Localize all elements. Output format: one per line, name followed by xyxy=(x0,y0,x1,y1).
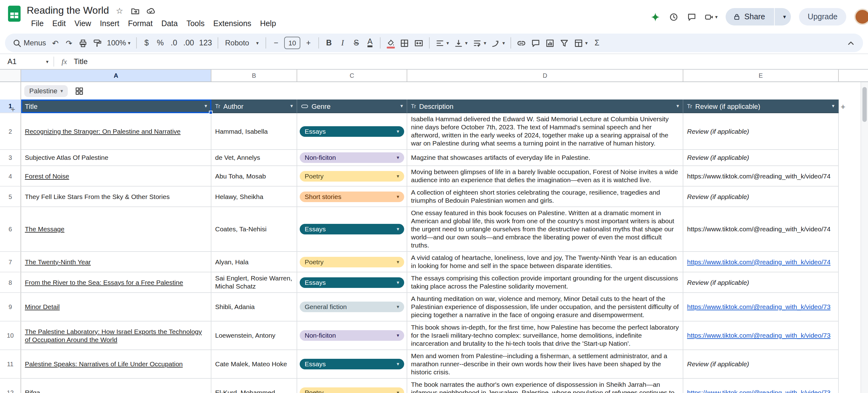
cell-genre[interactable]: Poetry ▾ xyxy=(297,166,407,186)
row-number[interactable]: 8 xyxy=(0,272,21,293)
chevron-down-icon[interactable]: ▾ xyxy=(400,103,403,109)
meet-call-button[interactable]: ▾ xyxy=(705,12,717,22)
add-column-button[interactable]: + xyxy=(841,102,845,111)
bold-button[interactable]: B xyxy=(322,35,336,50)
font-family-select[interactable]: Roboto▾ xyxy=(221,35,262,50)
font-size-input[interactable]: 10 xyxy=(284,37,300,49)
chevron-down-icon[interactable]: ▾ xyxy=(397,360,399,368)
row-number[interactable]: 3 xyxy=(0,150,21,166)
share-dropdown[interactable]: ▾ xyxy=(778,14,791,20)
menu-view[interactable]: View xyxy=(70,18,95,29)
genre-chip[interactable]: Poetry ▾ xyxy=(300,387,404,393)
chevron-down-icon[interactable]: ▾ xyxy=(397,278,399,286)
title-text[interactable]: From the River to the Sea: Essays for a … xyxy=(25,278,183,286)
menus-search-button[interactable]: Menus xyxy=(10,35,49,50)
cell-title[interactable]: Palestine Speaks: Narratives of Life Und… xyxy=(21,350,211,379)
cell-author[interactable]: Abu Toha, Mosab xyxy=(211,166,297,186)
cell-description[interactable]: The essays comprising this collection pr… xyxy=(407,272,683,293)
spark-icon[interactable] xyxy=(650,12,660,22)
fill-handle[interactable] xyxy=(209,111,213,114)
comment-history-icon[interactable] xyxy=(686,12,696,22)
move-folder-icon[interactable] xyxy=(130,6,140,16)
menu-file[interactable]: File xyxy=(27,18,48,29)
review-text[interactable]: Review (if applicable) xyxy=(687,154,749,162)
cell-author[interactable]: Sai Englert, Rosie Warren, Michal Schatz xyxy=(211,272,297,293)
title-text[interactable]: Minor Detail xyxy=(25,303,60,311)
column-header-b[interactable]: B xyxy=(211,70,297,82)
header-cell-description[interactable]: Tr Description ▾ xyxy=(407,99,683,113)
menu-help[interactable]: Help xyxy=(255,18,280,29)
percent-format-button[interactable]: % xyxy=(154,35,167,50)
cell-review[interactable]: Review (if applicable) xyxy=(683,113,839,150)
merge-cells-button[interactable] xyxy=(412,35,426,50)
title-text[interactable]: They Fell Like Stars From the Sky & Othe… xyxy=(25,192,170,201)
text-rotation-button[interactable]: ▾ xyxy=(489,35,507,50)
genre-chip[interactable]: Poetry ▾ xyxy=(300,171,404,181)
row-number[interactable]: 7 xyxy=(0,252,21,272)
header-cell-title[interactable]: Title ▾ xyxy=(21,99,211,113)
upgrade-button[interactable]: Upgrade xyxy=(799,8,846,26)
cell-review[interactable]: https://www.tiktok.com/@reading_with_k/v… xyxy=(683,322,839,350)
cell-title[interactable]: Rifqa xyxy=(21,379,211,393)
borders-button[interactable] xyxy=(397,35,412,50)
header-cell-review[interactable]: Tr Review (if applicable) ▾ xyxy=(683,99,839,113)
vertical-scrollbar[interactable] xyxy=(861,82,868,393)
cell-title[interactable]: Recognizing the Stranger: On Palestine a… xyxy=(21,113,211,150)
genre-chip[interactable]: Non-ficiton ▾ xyxy=(300,152,404,163)
header-cell-genre[interactable]: Genre ▾ xyxy=(297,99,407,113)
cell-genre[interactable]: Poetry ▾ xyxy=(297,379,407,393)
chevron-down-icon[interactable]: ▾ xyxy=(397,331,399,339)
genre-chip[interactable]: Essays ▾ xyxy=(300,359,404,369)
table-views-button[interactable]: ▾ xyxy=(571,35,590,50)
cell-genre[interactable]: Non-ficiton ▾ xyxy=(297,322,407,350)
version-history-icon[interactable] xyxy=(669,12,678,22)
vertical-align-button[interactable]: ▾ xyxy=(452,35,470,50)
table-name-chip[interactable]: Palestine ▾ xyxy=(24,85,68,97)
cell-description[interactable]: This book shows in-depth, for the first … xyxy=(407,322,683,350)
cell-author[interactable]: de Vet, Annelys xyxy=(211,150,297,166)
cell-genre[interactable]: Poetry ▾ xyxy=(297,252,407,272)
review-text[interactable]: Review (if applicable) xyxy=(687,127,749,135)
insert-chart-button[interactable] xyxy=(543,35,557,50)
insert-comment-button[interactable] xyxy=(528,35,543,50)
cell-review[interactable]: https://www.tiktok.com/@reading_with_k/v… xyxy=(683,379,839,393)
row-number[interactable]: 2 xyxy=(0,113,21,150)
review-text[interactable]: https://www.tiktok.com/@reading_with_k/v… xyxy=(687,331,830,339)
cell-review[interactable]: https://www.tiktok.com/@reading_with_k/v… xyxy=(683,252,839,272)
cell-description[interactable]: A vivid catalog of heartache, loneliness… xyxy=(407,252,683,272)
italic-button[interactable]: I xyxy=(336,35,349,50)
genre-chip[interactable]: Essays ▾ xyxy=(300,277,404,288)
title-text[interactable]: Forest of Noise xyxy=(25,172,69,180)
chevron-down-icon[interactable]: ▾ xyxy=(397,192,399,201)
cell-description[interactable]: Magzine that showcases artifacts of ever… xyxy=(407,150,683,166)
cell-review[interactable]: https://www.tiktok.com/@reading_with_k/v… xyxy=(683,293,839,322)
formula-input[interactable]: Title xyxy=(74,57,87,66)
genre-chip[interactable]: General fiction ▾ xyxy=(300,302,404,312)
menu-extensions[interactable]: Extensions xyxy=(209,18,255,29)
cell-title[interactable]: The Twenty-Ninth Year xyxy=(21,252,211,272)
genre-chip[interactable]: Short stories ▾ xyxy=(300,191,404,202)
cell-genre[interactable]: General fiction ▾ xyxy=(297,293,407,322)
review-text[interactable]: Review (if applicable) xyxy=(687,278,749,286)
cloud-status-icon[interactable] xyxy=(146,6,155,16)
chevron-down-icon[interactable]: ▾ xyxy=(397,154,399,162)
cell-author[interactable]: Cate Malek, Mateo Hoke xyxy=(211,350,297,379)
row-number[interactable]: 6 xyxy=(0,207,21,252)
cell-genre[interactable]: Essays ▾ xyxy=(297,350,407,379)
chevron-down-icon[interactable]: ▾ xyxy=(677,103,679,109)
chevron-down-icon[interactable]: ▾ xyxy=(205,103,207,109)
cell-author[interactable]: Shibli, Adania xyxy=(211,293,297,322)
cell-author[interactable]: Helawy, Sheikha xyxy=(211,186,297,207)
title-text[interactable]: Rifqa xyxy=(25,389,40,393)
decrease-font-size-button[interactable]: − xyxy=(269,35,283,50)
cell-title[interactable]: Minor Detail xyxy=(21,293,211,322)
cell-title[interactable]: They Fell Like Stars From the Sky & Othe… xyxy=(21,186,211,207)
hide-menus-button[interactable] xyxy=(844,35,858,50)
fill-color-button[interactable] xyxy=(384,35,397,50)
create-filter-button[interactable] xyxy=(557,35,571,50)
name-box[interactable]: A1 ▾ xyxy=(7,57,54,66)
row-number[interactable]: 9 xyxy=(0,293,21,322)
row-number[interactable]: 4 xyxy=(0,166,21,186)
chevron-down-icon[interactable]: ▾ xyxy=(397,127,399,135)
menu-insert[interactable]: Insert xyxy=(95,18,124,29)
